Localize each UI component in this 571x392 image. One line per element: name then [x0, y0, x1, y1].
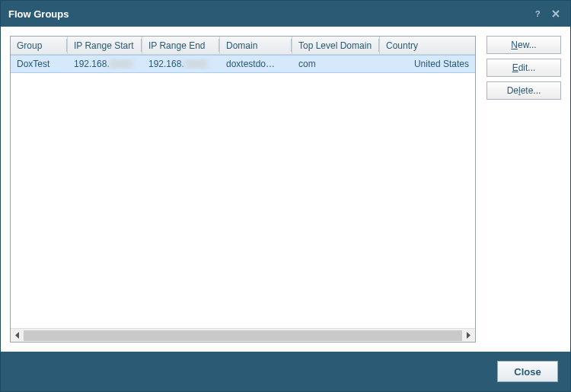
- dialog-body: Group IP Range Start IP Range End Domain…: [1, 27, 570, 352]
- col-header-ip-start[interactable]: IP Range Start: [68, 37, 142, 54]
- table-row[interactable]: DoxTest 192.168.xxx 192.168.xxx doxtestd…: [11, 55, 475, 73]
- col-header-label: Domain: [226, 40, 257, 51]
- table-header: Group IP Range Start IP Range End Domain…: [11, 37, 475, 55]
- cell-group: DoxTest: [11, 59, 68, 69]
- delete-button[interactable]: Delete...: [486, 81, 561, 100]
- side-button-panel: New... Edit... Delete...: [486, 36, 561, 343]
- svg-text:?: ?: [535, 9, 541, 18]
- table-inner: Group IP Range Start IP Range End Domain…: [11, 37, 475, 328]
- scroll-right-icon[interactable]: [462, 329, 475, 342]
- cell-tld: com: [292, 59, 380, 69]
- col-header-label: Country: [386, 40, 418, 51]
- col-header-label: IP Range End: [148, 40, 206, 51]
- close-icon[interactable]: [549, 7, 563, 21]
- help-icon[interactable]: ?: [531, 7, 544, 21]
- close-button-label: Close: [514, 366, 541, 378]
- button-label-rest: ew...: [518, 40, 537, 50]
- cell-ip-start: 192.168.xxx: [68, 59, 142, 69]
- redacted-text: xxx: [184, 59, 207, 69]
- window-title: Flow Groups: [8, 8, 526, 20]
- table-container: Group IP Range Start IP Range End Domain…: [10, 36, 476, 343]
- edit-button[interactable]: Edit...: [486, 59, 561, 77]
- redacted-text: xxx: [110, 59, 132, 69]
- mnemonic-letter: E: [512, 62, 518, 73]
- col-header-label: Top Level Domain: [298, 40, 372, 51]
- col-header-group[interactable]: Group: [11, 37, 68, 54]
- scrollbar-track[interactable]: [24, 330, 462, 341]
- horizontal-scrollbar[interactable]: [11, 328, 475, 342]
- col-header-ip-end[interactable]: IP Range End: [142, 37, 220, 54]
- mnemonic-letter: N: [511, 40, 518, 50]
- col-header-label: Group: [17, 40, 42, 51]
- table-body: DoxTest 192.168.xxx 192.168.xxx doxtestd…: [11, 55, 475, 328]
- col-header-label: IP Range Start: [74, 40, 134, 51]
- scroll-left-icon[interactable]: [11, 329, 24, 342]
- flow-groups-dialog: Flow Groups ? Group IP Range Start IP Ra…: [0, 0, 571, 392]
- ip-end-prefix: 192.168.: [148, 59, 184, 69]
- ip-start-prefix: 192.168.: [74, 59, 110, 69]
- cell-domain: doxtestdo…: [220, 59, 292, 69]
- col-header-tld[interactable]: Top Level Domain: [292, 37, 380, 54]
- dialog-footer: Close: [1, 352, 570, 391]
- titlebar: Flow Groups ?: [1, 1, 570, 27]
- close-button[interactable]: Close: [497, 361, 558, 382]
- cell-ip-end: 192.168.xxx: [142, 59, 220, 69]
- cell-country: United States: [380, 59, 475, 69]
- button-label-rest: ete...: [521, 85, 541, 96]
- col-header-domain[interactable]: Domain: [220, 37, 292, 54]
- col-header-country[interactable]: Country: [380, 37, 475, 54]
- new-button[interactable]: New...: [486, 36, 561, 54]
- button-label-pre: De: [507, 85, 518, 96]
- button-label-rest: dit...: [518, 62, 536, 73]
